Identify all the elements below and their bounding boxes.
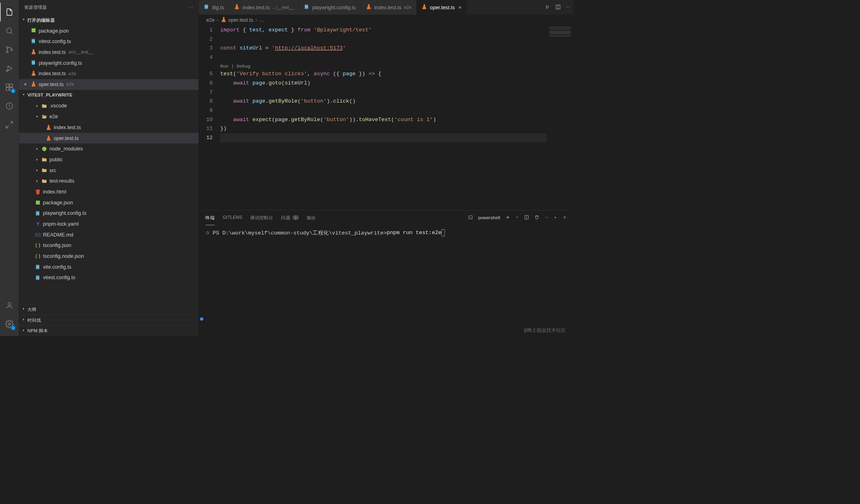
file-icon — [31, 70, 37, 77]
run-icon[interactable] — [545, 4, 550, 10]
tree-file[interactable]: TSplaywright.config.ts — [19, 208, 199, 219]
tree-file[interactable]: TSvitest.config.ts — [19, 272, 199, 283]
chevron-right-icon — [35, 104, 39, 108]
tree-file[interactable]: index.html — [19, 187, 199, 197]
terminal-dropdown-icon[interactable] — [516, 216, 519, 220]
sidebar-title: 资源管理器 — [24, 4, 47, 10]
breadcrumb-item[interactable]: ... — [259, 17, 264, 23]
tree-item-label: tsconfig.json — [43, 243, 71, 249]
tab-debug-console[interactable]: 调试控制台 — [250, 210, 273, 225]
open-editor-item[interactable]: ×oper.test.tse2e — [19, 79, 199, 90]
split-terminal-icon[interactable] — [524, 215, 529, 220]
svg-text:TS: TS — [32, 62, 35, 64]
tree-file[interactable]: oper.test.ts — [19, 133, 199, 144]
settings-activity[interactable]: 1 — [0, 315, 19, 333]
open-editors-header[interactable]: 打开的编辑器 — [19, 15, 199, 26]
editor-tab[interactable]: index.test.ts...\__test__ — [229, 0, 299, 15]
tree-file[interactable]: TSvite.config.ts — [19, 261, 199, 272]
svg-point-0 — [6, 28, 11, 33]
tree-item-label: src — [50, 167, 56, 173]
tree-folder[interactable]: test-results — [19, 176, 199, 187]
timeline-header[interactable]: 时间线 — [19, 315, 199, 325]
tree-file[interactable]: README.md — [19, 229, 199, 240]
account-activity[interactable] — [0, 296, 19, 315]
code-editor[interactable]: 1234 56789101112 import { test, expect }… — [199, 25, 574, 210]
tab-terminal[interactable]: 终端 — [205, 210, 215, 225]
file-icon — [35, 243, 41, 249]
npm-header[interactable]: NPM 脚本 — [19, 325, 199, 336]
search-activity[interactable] — [0, 21, 19, 40]
tree-folder[interactable]: e2e — [19, 111, 199, 122]
tab-problems[interactable]: 问题 1 — [281, 210, 299, 225]
debug-activity[interactable] — [0, 59, 19, 78]
open-editor-item[interactable]: package.json — [19, 25, 199, 36]
maximize-panel-icon[interactable] — [554, 216, 557, 220]
tree-file[interactable]: package.json — [19, 197, 199, 208]
codelens[interactable]: Run | Debug — [220, 62, 547, 70]
outline-header[interactable]: 大纲 — [19, 304, 199, 315]
open-editor-item[interactable]: index.test.tse2e — [19, 68, 199, 79]
close-icon[interactable]: × — [459, 4, 461, 10]
kill-terminal-icon[interactable] — [534, 215, 539, 220]
folder-icon — [41, 103, 48, 109]
file-icon — [45, 124, 52, 130]
editor-tab[interactable]: index.test.tse2e — [361, 0, 416, 15]
remote-activity[interactable] — [0, 115, 19, 134]
tree-file[interactable]: tsconfig.json — [19, 240, 199, 251]
code-lines[interactable]: import { test, expect } from '@playwrigh… — [220, 25, 547, 210]
sidebar-more-icon[interactable]: ⋯ — [189, 4, 193, 10]
tabs-actions: ⋯ — [541, 0, 574, 15]
file-icon: TS — [35, 264, 41, 270]
tree-folder[interactable]: .vscode — [19, 101, 199, 111]
panel-actions: powershell ⋯ — [468, 215, 567, 220]
more-icon[interactable]: ⋯ — [566, 5, 570, 9]
open-editor-item[interactable]: index.test.tssrc\__test__ — [19, 47, 199, 58]
open-editor-item[interactable]: TSvitest.config.ts — [19, 36, 199, 47]
editor-tab[interactable]: oper.test.ts× — [416, 0, 467, 15]
tab-path: ...\__test__ — [273, 5, 294, 10]
split-editor-icon[interactable] — [555, 4, 560, 10]
tree-item-label: tsconfig.node.json — [43, 253, 84, 259]
file-icon — [35, 253, 41, 259]
close-panel-icon[interactable] — [562, 215, 567, 220]
breadcrumb-item[interactable]: e2e — [206, 17, 215, 23]
tab-gitlens[interactable]: GITLENS — [223, 210, 242, 225]
tree-file[interactable]: tsconfig.node.json — [19, 251, 199, 262]
tree-folder[interactable]: public — [19, 154, 199, 165]
editor-tab[interactable]: TSplaywright.config.ts — [299, 0, 361, 15]
tree-folder[interactable]: node_modules — [19, 144, 199, 154]
svg-point-2 — [6, 47, 8, 48]
file-name: index.test.ts — [39, 49, 66, 56]
tree-file[interactable]: index.test.ts — [19, 122, 199, 133]
file-icon: TS — [31, 38, 37, 45]
terminal[interactable]: PS D:\work\myself\common-study\工程化\vites… — [199, 225, 574, 336]
tree-folder[interactable]: src — [19, 165, 199, 176]
breadcrumb[interactable]: e2e › oper.test.ts › ... — [199, 15, 574, 26]
shell-name[interactable]: powershell — [478, 215, 500, 220]
tree-item-label: package.json — [43, 200, 73, 206]
close-icon[interactable]: × — [22, 82, 29, 88]
svg-text:TS: TS — [36, 266, 39, 268]
activity-bottom: 1 — [0, 296, 19, 333]
breadcrumb-item[interactable]: oper.test.ts — [228, 17, 253, 23]
explorer-activity[interactable] — [0, 3, 19, 22]
file-icon: TS — [304, 4, 310, 11]
svg-rect-15 — [31, 28, 35, 32]
testing-activity[interactable] — [0, 97, 19, 115]
scm-activity[interactable] — [0, 40, 19, 59]
svg-rect-6 — [6, 84, 9, 87]
bottom-panel: 终端 GITLENS 调试控制台 问题 1 输出 powershell ⋯ — [199, 210, 574, 336]
file-icon — [45, 135, 52, 141]
new-terminal-icon[interactable] — [505, 215, 510, 220]
terminal-shell-icon[interactable] — [468, 215, 473, 220]
open-editor-item[interactable]: TSplaywright.config.ts — [19, 58, 199, 68]
file-icon — [31, 49, 37, 56]
editor-tab[interactable]: TSifig.ts — [199, 0, 229, 15]
tree-file[interactable]: pnpm-lock.yaml — [19, 219, 199, 230]
tab-output[interactable]: 输出 — [307, 210, 316, 225]
panel-more-icon[interactable]: ⋯ — [545, 216, 548, 220]
minimap[interactable] — [547, 25, 574, 210]
svg-text:TS: TS — [32, 40, 35, 42]
project-header[interactable]: VITEST_PLAYWRITE — [19, 90, 199, 101]
extensions-activity[interactable]: 6 — [0, 78, 19, 97]
